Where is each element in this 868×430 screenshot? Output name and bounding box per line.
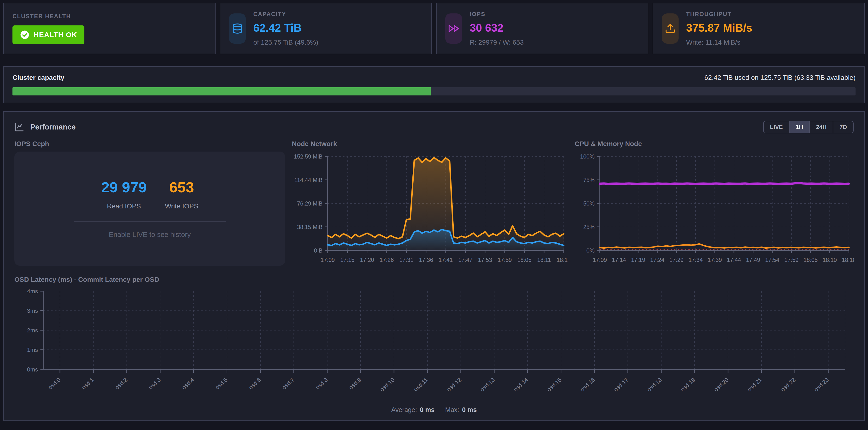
iops-history-note: Enable LIVE to see history <box>109 231 191 239</box>
svg-text:17:26: 17:26 <box>379 256 394 263</box>
iops-ceph-title: IOPS Ceph <box>14 140 285 148</box>
capacity-progress-track <box>12 87 856 95</box>
osd-latency-section: OSD Latency (ms) - Commit Latency per OS… <box>14 276 854 401</box>
time-range-7d[interactable]: 7D <box>833 121 853 133</box>
max-label: Max: <box>445 406 459 414</box>
svg-text:osd.6: osd.6 <box>247 376 262 391</box>
svg-text:osd.14: osd.14 <box>512 376 529 393</box>
svg-text:osd.12: osd.12 <box>445 376 463 393</box>
svg-text:17:53: 17:53 <box>478 256 492 263</box>
svg-text:3ms: 3ms <box>27 308 38 314</box>
svg-text:25%: 25% <box>583 224 594 230</box>
svg-text:17:24: 17:24 <box>650 256 664 263</box>
svg-text:18:11: 18:11 <box>537 256 551 263</box>
capacity-label: CAPACITY <box>253 11 318 18</box>
performance-title: Performance <box>30 123 76 131</box>
ceph-dashboard: CLUSTER HEALTH HEALTH OK CAPACITY 62.42 … <box>0 0 868 430</box>
time-range-24h[interactable]: 24H <box>810 121 833 133</box>
throughput-label: THROUGHPUT <box>686 11 752 18</box>
svg-text:50%: 50% <box>583 200 594 207</box>
svg-text:17:54: 17:54 <box>765 256 779 263</box>
svg-text:17:44: 17:44 <box>727 256 741 263</box>
svg-text:osd.3: osd.3 <box>147 376 162 391</box>
svg-text:17:09: 17:09 <box>320 256 335 263</box>
svg-text:17:34: 17:34 <box>688 256 703 263</box>
svg-text:17:19: 17:19 <box>631 256 645 263</box>
svg-text:osd.13: osd.13 <box>479 376 496 393</box>
throughput-value: 375.87 MiB/s <box>686 21 752 34</box>
capacity-sub: of 125.75 TiB (49.6%) <box>253 39 318 46</box>
svg-text:0%: 0% <box>587 247 595 254</box>
svg-text:osd.4: osd.4 <box>181 376 195 391</box>
time-range-live[interactable]: LIVE <box>764 121 789 133</box>
throughput-sub: Write: 11.14 MiB/s <box>686 39 752 46</box>
cluster-capacity-panel: Cluster capacity 62.42 TiB used on 125.7… <box>3 66 865 103</box>
node-network-title: Node Network <box>292 140 568 148</box>
svg-text:100%: 100% <box>580 153 594 160</box>
average-value: 0 ms <box>420 406 435 414</box>
cpu-memory-chart: 0%25%50%75%100%17:0917:1417:1917:2417:29… <box>575 152 854 266</box>
cpu-memory-column: CPU & Memory Node 0%25%50%75%100%17:0917… <box>575 140 854 266</box>
health-status-badge: HEALTH OK <box>12 25 84 44</box>
svg-text:18:10: 18:10 <box>823 256 837 263</box>
cluster-health-label: CLUSTER HEALTH <box>12 13 71 20</box>
svg-text:17:47: 17:47 <box>458 256 472 263</box>
svg-text:17:09: 17:09 <box>593 256 607 263</box>
iops-ceph-card: 29 979 Read IOPS 653 Write IOPS Enable L… <box>14 152 285 266</box>
svg-text:osd.0: osd.0 <box>47 376 62 391</box>
svg-text:osd.8: osd.8 <box>314 376 329 391</box>
database-icon <box>232 23 243 34</box>
svg-text:18:18: 18:18 <box>842 256 854 263</box>
capacity-value: 62.42 TiB <box>253 21 318 34</box>
throughput-icon-box <box>662 13 679 44</box>
svg-text:18:05: 18:05 <box>518 256 532 263</box>
max-value: 0 ms <box>462 406 477 414</box>
capacity-icon-box <box>229 13 246 44</box>
iops-label: IOPS <box>470 11 524 18</box>
svg-text:osd.23: osd.23 <box>813 376 830 393</box>
svg-text:osd.20: osd.20 <box>713 376 730 393</box>
stats-row: CLUSTER HEALTH HEALTH OK CAPACITY 62.42 … <box>3 3 865 54</box>
read-iops-value: 29 979 <box>101 179 147 196</box>
iops-value: 30 632 <box>470 21 524 34</box>
throughput-card: THROUGHPUT 375.87 MiB/s Write: 11.14 MiB… <box>653 3 865 54</box>
capacity-bar-detail: 62.42 TiB used on 125.75 TiB (63.33 TiB … <box>705 74 856 82</box>
svg-text:17:14: 17:14 <box>612 256 626 263</box>
svg-text:17:49: 17:49 <box>746 256 760 263</box>
svg-text:osd.18: osd.18 <box>646 376 663 393</box>
svg-text:17:36: 17:36 <box>419 256 433 263</box>
capacity-bar-title: Cluster capacity <box>12 74 64 82</box>
svg-text:osd.9: osd.9 <box>347 376 362 391</box>
svg-text:osd.15: osd.15 <box>546 376 563 393</box>
svg-text:osd.17: osd.17 <box>612 376 630 393</box>
capacity-card: CAPACITY 62.42 TiB of 125.75 TiB (49.6%) <box>220 3 432 54</box>
time-range-1h[interactable]: 1H <box>789 121 810 133</box>
iops-ceph-column: IOPS Ceph 29 979 Read IOPS 653 Write IOP… <box>14 140 285 266</box>
svg-text:1ms: 1ms <box>27 347 38 353</box>
svg-text:114.44 MiB: 114.44 MiB <box>294 177 322 183</box>
svg-text:17:15: 17:15 <box>340 256 354 263</box>
svg-text:osd.10: osd.10 <box>379 376 396 393</box>
svg-text:18:18: 18:18 <box>557 256 568 263</box>
iops-icon-box <box>445 13 462 44</box>
time-range-selector: LIVE 1H 24H 7D <box>763 121 854 133</box>
svg-text:17:59: 17:59 <box>498 256 512 263</box>
cluster-health-card: CLUSTER HEALTH HEALTH OK <box>3 3 216 54</box>
write-iops-value: 653 <box>169 179 194 196</box>
performance-panel: Performance LIVE 1H 24H 7D IOPS Ceph 29 … <box>3 111 865 421</box>
svg-text:osd.1: osd.1 <box>80 376 95 391</box>
svg-text:osd.16: osd.16 <box>579 376 596 393</box>
health-status-text: HEALTH OK <box>34 31 77 39</box>
iops-sub: R: 29979 / W: 653 <box>470 39 524 46</box>
svg-text:4ms: 4ms <box>27 288 38 295</box>
check-circle-icon <box>20 30 30 40</box>
read-iops-label: Read IOPS <box>107 203 141 210</box>
svg-text:osd.5: osd.5 <box>214 376 229 391</box>
svg-text:osd.22: osd.22 <box>779 376 797 393</box>
iops-card: IOPS 30 632 R: 29979 / W: 653 <box>436 3 648 54</box>
osd-latency-footer: Average: 0 ms Max: 0 ms <box>14 406 854 414</box>
svg-text:17:20: 17:20 <box>360 256 374 263</box>
svg-text:18:05: 18:05 <box>804 256 818 263</box>
write-iops-label: Write IOPS <box>165 203 198 210</box>
svg-text:osd.21: osd.21 <box>746 376 763 393</box>
